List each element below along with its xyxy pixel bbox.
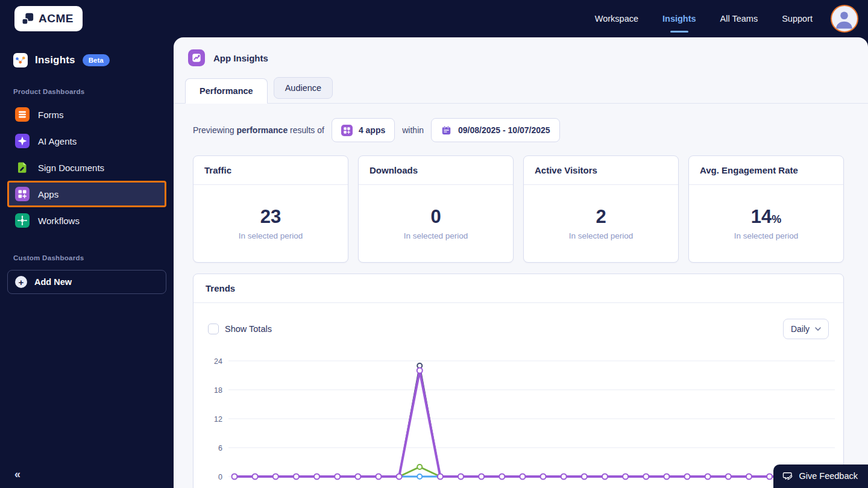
stat-cards-row: Traffic 23 In selected period Downloads … (193, 155, 844, 263)
section-product-dashboards: Product Dashboards (7, 88, 166, 95)
filter-text: Previewing performance results of (193, 125, 324, 135)
acme-logo[interactable]: ACME (14, 6, 83, 31)
stat-subtitle: In selected period (569, 231, 634, 240)
sidebar-item-sign-documents[interactable]: Sign Documents (7, 154, 166, 181)
main-panel: App Insights Performance Audience Previe… (174, 37, 868, 488)
svg-text:6: 6 (218, 444, 222, 452)
stat-value: 14 (751, 206, 772, 227)
calendar-icon (441, 125, 452, 136)
person-icon (832, 6, 857, 31)
show-totals-control: Show Totals (208, 324, 272, 334)
sidebar-item-workflows[interactable]: Workflows (7, 207, 166, 234)
top-nav: Workspace Insights All Teams Support (571, 5, 858, 33)
insights-icon (13, 53, 28, 67)
nav-support[interactable]: Support (782, 14, 813, 23)
interval-label: Daily (791, 324, 810, 334)
trends-card: Trends Show Totals Daily 06121824 (193, 274, 844, 488)
give-feedback-button[interactable]: Give Feedback (773, 465, 868, 488)
stat-title: Traffic (193, 156, 348, 185)
beta-badge: Beta (83, 54, 110, 66)
tab-performance[interactable]: Performance (185, 78, 268, 104)
stat-title: Downloads (359, 156, 513, 185)
workflows-icon (15, 213, 30, 228)
date-range-button[interactable]: 09/08/2025 - 10/07/2025 (431, 118, 560, 142)
sidebar-item-label: Workflows (38, 216, 80, 226)
top-bar: ACME Workspace Insights All Teams Suppor… (0, 0, 868, 37)
sidebar-app-header[interactable]: Insights Beta (7, 53, 166, 67)
stat-card-active-visitors: Active Visitors 2 In selected period (523, 155, 679, 263)
page-title: App Insights (213, 53, 268, 63)
sidebar-item-label: Apps (38, 189, 58, 199)
ai-agents-icon (15, 134, 30, 148)
stat-card-downloads: Downloads 0 In selected period (358, 155, 514, 263)
stat-value: 23 (260, 206, 281, 227)
trends-controls: Show Totals Daily (193, 303, 843, 339)
sidebar-item-label: Forms (38, 110, 64, 120)
plus-icon: + (15, 276, 27, 288)
nav-all-teams[interactable]: All Teams (720, 14, 758, 23)
stat-subtitle: In selected period (734, 231, 799, 240)
stat-unit: % (772, 213, 781, 225)
sidebar-item-ai-agents[interactable]: AI Agents (7, 128, 166, 154)
apps-selector-label: 4 apps (359, 125, 385, 135)
app-insights-icon (188, 49, 205, 66)
stat-card-traffic: Traffic 23 In selected period (193, 155, 348, 263)
nav-insights[interactable]: Insights (662, 14, 696, 23)
sidebar-item-label: Sign Documents (38, 163, 104, 173)
sidebar-item-apps[interactable]: Apps (7, 181, 166, 207)
forms-icon (15, 107, 30, 122)
apps-grid-icon (341, 125, 353, 136)
stat-card-engagement-rate: Avg. Engagement Rate 14% In selected per… (688, 155, 844, 263)
sidebar-item-label: AI Agents (38, 136, 77, 146)
interval-dropdown[interactable]: Daily (783, 319, 829, 339)
feedback-label: Give Feedback (799, 471, 858, 481)
trends-title: Trends (193, 274, 843, 303)
content-area: Previewing performance results of 4 apps… (174, 118, 868, 488)
stat-subtitle: In selected period (239, 231, 303, 240)
filter-row: Previewing performance results of 4 apps… (193, 118, 844, 142)
sidebar-app-title: Insights (35, 54, 75, 66)
feedback-icon (782, 470, 793, 481)
stat-title: Active Visitors (524, 156, 678, 185)
nav-workspace[interactable]: Workspace (595, 14, 638, 23)
chevron-down-icon (815, 327, 821, 331)
avatar[interactable] (831, 5, 858, 33)
stat-subtitle: In selected period (404, 231, 468, 240)
sidebar-item-forms[interactable]: Forms (7, 101, 166, 128)
add-new-label: Add New (34, 277, 72, 287)
line-chart: 06121824 (203, 350, 840, 488)
tab-audience[interactable]: Audience (274, 77, 333, 99)
stat-title: Avg. Engagement Rate (689, 156, 843, 185)
sign-documents-icon (15, 160, 30, 175)
add-new-button[interactable]: + Add New (7, 270, 166, 294)
section-custom-dashboards: Custom Dashboards (7, 254, 166, 261)
collapse-sidebar-button[interactable]: « (14, 468, 20, 481)
svg-text:24: 24 (214, 357, 222, 366)
stat-value: 0 (430, 206, 441, 227)
stat-value: 2 (596, 206, 606, 227)
svg-text:18: 18 (214, 386, 222, 395)
acme-logo-icon (21, 12, 34, 25)
logo-text: ACME (39, 12, 74, 25)
show-totals-label: Show Totals (225, 324, 272, 334)
tabs: Performance Audience (174, 77, 868, 104)
within-text: within (402, 125, 424, 135)
apps-icon (15, 187, 30, 201)
svg-text:12: 12 (214, 415, 222, 424)
show-totals-checkbox[interactable] (208, 324, 219, 334)
apps-selector-button[interactable]: 4 apps (332, 118, 395, 142)
page-header: App Insights (174, 37, 868, 77)
svg-text:0: 0 (218, 473, 222, 481)
sidebar: Insights Beta Product Dashboards Forms A… (0, 37, 174, 488)
date-range-label: 09/08/2025 - 10/07/2025 (458, 125, 550, 135)
trends-chart: 06121824 (193, 339, 843, 488)
